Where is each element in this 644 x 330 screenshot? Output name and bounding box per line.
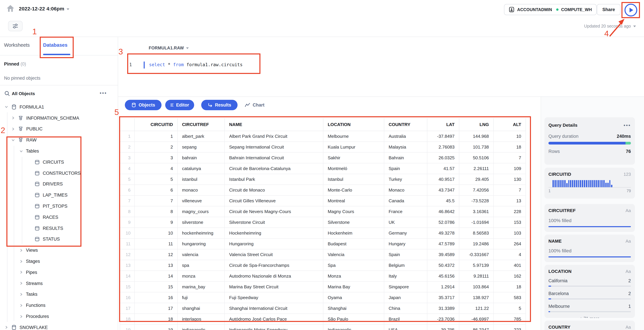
cell-circuitref: villeneuve bbox=[178, 195, 224, 206]
chevron-right-icon[interactable] bbox=[11, 127, 16, 131]
table-icon bbox=[34, 236, 40, 242]
tree-item-circuits[interactable]: CIRCUITS bbox=[0, 157, 118, 168]
cell-name: Autódromo José Carlos Pace bbox=[224, 314, 323, 324]
tree-item-procedures[interactable]: Procedures bbox=[0, 311, 118, 322]
tree-item-constructors[interactable]: CONSTRUCTORS bbox=[0, 168, 118, 179]
worksheet-title[interactable]: 2022-12-22 4:06pm bbox=[19, 6, 69, 11]
tree-item-public[interactable]: PUBLIC bbox=[0, 124, 118, 135]
cell-country: USA bbox=[384, 324, 427, 330]
tree-item-pit_stops[interactable]: PIT_STOPS bbox=[0, 201, 118, 212]
chevron-right-icon[interactable] bbox=[19, 248, 24, 253]
tree-item-views[interactable]: Views bbox=[0, 245, 118, 256]
sql-keyword: from bbox=[173, 62, 184, 67]
chevron-right-icon[interactable] bbox=[19, 303, 24, 308]
table-row[interactable]: 22sepangSepang International CircuitKual… bbox=[120, 142, 526, 152]
schema-icon bbox=[18, 126, 24, 132]
sql-editor-line[interactable]: 1 select * from formula1.raw.circuits bbox=[0, 61, 262, 69]
table-row[interactable]: 1414monzaAutodromo Nazionale di MonzaMon… bbox=[120, 271, 526, 281]
session-context-button[interactable]: ACCOUNTADMIN COMPUTE_WH bbox=[504, 4, 596, 15]
location-value-item[interactable]: Barcelona2 bbox=[548, 291, 631, 299]
tab-chart[interactable]: Chart bbox=[244, 100, 264, 110]
table-row[interactable]: 44catalunyaCircuit de Barcelona-Cataluny… bbox=[120, 163, 526, 174]
tree-item-status[interactable]: STATUS bbox=[0, 234, 118, 245]
tab-results[interactable]: Results bbox=[201, 100, 238, 110]
tree-item-tasks[interactable]: Tasks bbox=[0, 289, 118, 300]
tab-editor[interactable]: Editor bbox=[165, 100, 194, 110]
row-number: 19 bbox=[120, 324, 134, 330]
chevron-right-icon[interactable] bbox=[19, 314, 24, 319]
column-header-lat[interactable]: LAT bbox=[427, 118, 459, 131]
chevron-down-icon[interactable] bbox=[4, 105, 9, 109]
table-row[interactable]: 1010hockenheimringHockenheimringHockenhe… bbox=[120, 227, 526, 238]
chevron-right-icon[interactable] bbox=[19, 292, 24, 297]
results-table[interactable]: CIRCUITIDCIRCUITREFNAMELOCATIONCOUNTRYLA… bbox=[120, 118, 526, 330]
table-row[interactable]: 99silverstoneSilverstone CircuitSilverst… bbox=[120, 217, 526, 227]
tree-item-formula1[interactable]: FORMULA1 bbox=[0, 102, 118, 113]
cell-lat: 49.3278 bbox=[427, 227, 459, 238]
more-options-icon[interactable]: ••• bbox=[100, 90, 107, 96]
tab-objects[interactable]: Objects bbox=[125, 100, 162, 110]
tree-item-raw[interactable]: RAW bbox=[0, 135, 118, 146]
search-icon bbox=[4, 91, 10, 96]
table-row[interactable]: 1616fujiFuji SpeedwayOyamaJapan35.371713… bbox=[120, 292, 526, 303]
tree-item-information_schema[interactable]: INFORMATION_SCHEMA bbox=[0, 113, 118, 124]
table-row[interactable]: 1818interlagosAutódromo José Carlos Pace… bbox=[120, 314, 526, 324]
column-header-country[interactable]: COUNTRY bbox=[384, 118, 427, 131]
column-header-location[interactable]: LOCATION bbox=[323, 118, 384, 131]
tree-item-results[interactable]: RESULTS bbox=[0, 223, 118, 234]
tab-databases[interactable]: Databases bbox=[43, 42, 68, 48]
column-header-circuitid[interactable]: CIRCUITID bbox=[134, 118, 178, 131]
tab-worksheets[interactable]: Worksheets bbox=[4, 42, 30, 48]
table-row[interactable]: 11albert_parkAlbert Park Grand Prix Circ… bbox=[120, 131, 526, 142]
table-row[interactable]: 1919indianapolisIndianapolis Motor Speed… bbox=[120, 324, 526, 330]
circuitid-histogram[interactable] bbox=[552, 180, 612, 187]
table-row[interactable]: 88magny_coursCircuit de Nevers Magny-Cou… bbox=[120, 206, 526, 217]
editor-context-selector[interactable]: FORMULA1.RAW bbox=[149, 46, 189, 50]
tree-item-streams[interactable]: Streams bbox=[0, 278, 118, 289]
updated-status[interactable]: Updated 20 seconds ago bbox=[552, 24, 636, 28]
home-icon[interactable] bbox=[6, 4, 15, 13]
share-button[interactable]: Share bbox=[597, 4, 620, 15]
chevron-down-icon[interactable] bbox=[19, 149, 24, 154]
tree-item-drivers[interactable]: DRIVERS bbox=[0, 179, 118, 190]
run-query-button[interactable] bbox=[624, 4, 637, 16]
table-row[interactable]: 1717shanghaiShanghai International Circu… bbox=[120, 303, 526, 314]
column-header-lng[interactable]: LNG bbox=[459, 118, 494, 131]
location-value-item[interactable]: Melbourne1 bbox=[548, 304, 631, 312]
chevron-right-icon[interactable] bbox=[19, 259, 24, 264]
show-more-values[interactable]: + 71 more bbox=[548, 316, 631, 318]
object-search[interactable]: All Objects ••• bbox=[0, 89, 118, 99]
cell-alt: 109 bbox=[494, 163, 526, 174]
tree-item-stages[interactable]: Stages bbox=[0, 256, 118, 267]
table-row[interactable]: 55istanbulIstanbul ParkIstanbulTurkey40.… bbox=[120, 174, 526, 184]
tree-item-snowflake[interactable]: SNOWFLAKE bbox=[0, 322, 118, 330]
histogram-bar bbox=[588, 180, 589, 187]
table-row[interactable]: 66monacoCircuit de MonacoMonte-CarloMona… bbox=[120, 184, 526, 195]
tree-item-tables[interactable]: Tables bbox=[0, 146, 118, 157]
tree-item-functions[interactable]: Functions bbox=[0, 300, 118, 311]
table-row[interactable]: 33bahrainBahrain International CircuitSa… bbox=[120, 152, 526, 163]
more-options-icon[interactable]: ••• bbox=[624, 122, 631, 128]
cell-circuitref: hungaroring bbox=[178, 238, 224, 249]
cell-name: Istanbul Park bbox=[224, 174, 323, 184]
column-header-rownum[interactable] bbox=[120, 118, 134, 131]
chevron-right-icon[interactable] bbox=[11, 116, 16, 120]
table-row[interactable]: 1515marina_bayMarina Bay Street CircuitM… bbox=[120, 281, 526, 292]
tree-item-lap_times[interactable]: LAP_TIMES bbox=[0, 190, 118, 201]
chevron-right-icon[interactable] bbox=[4, 325, 9, 330]
column-header-alt[interactable]: ALT bbox=[494, 118, 526, 131]
location-value-item[interactable]: California2 bbox=[548, 278, 631, 287]
chevron-down-icon[interactable] bbox=[11, 138, 16, 143]
chevron-right-icon[interactable] bbox=[19, 281, 24, 286]
column-header-circuitref[interactable]: CIRCUITREF bbox=[178, 118, 224, 131]
table-row[interactable]: 77villeneuveCircuit Gilles VilleneuveMon… bbox=[120, 195, 526, 206]
table-row[interactable]: 1313spaCircuit de Spa-FrancorchampsSpaBe… bbox=[120, 260, 526, 271]
chevron-right-icon[interactable] bbox=[19, 270, 24, 275]
tree-item-pipes[interactable]: Pipes bbox=[0, 267, 118, 278]
column-header-name[interactable]: NAME bbox=[224, 118, 323, 131]
table-row[interactable]: 1111hungaroringHungaroringBudapestHungar… bbox=[120, 238, 526, 249]
filters-button[interactable] bbox=[8, 21, 22, 31]
tree-item-races[interactable]: RACES bbox=[0, 212, 118, 223]
table-row[interactable]: 1212valenciaValencia Street CircuitValen… bbox=[120, 249, 526, 260]
cell-country: Belgium bbox=[384, 260, 427, 271]
